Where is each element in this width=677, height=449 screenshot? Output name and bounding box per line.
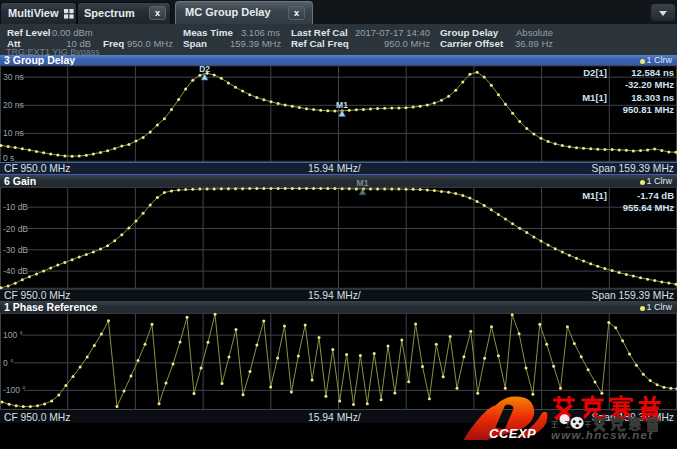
svg-text:18.303 ns: 18.303 ns <box>631 92 674 103</box>
svg-text:D2: D2 <box>199 64 210 74</box>
svg-text:30 ns: 30 ns <box>3 72 24 82</box>
svg-text:-30 dB: -30 dB <box>3 245 28 255</box>
svg-text:M1: M1 <box>336 100 348 110</box>
svg-text:M1[1]: M1[1] <box>582 92 607 103</box>
svg-text:-1.74 dB: -1.74 dB <box>637 190 674 201</box>
svg-text:100 °: 100 ° <box>3 330 23 340</box>
svg-text:20 ns: 20 ns <box>3 100 24 110</box>
svg-text:www.hncsw.net: www.hncsw.net <box>551 429 653 441</box>
svg-text:M1[1]: M1[1] <box>582 190 607 201</box>
svg-text:CCEXP: CCEXP <box>489 426 536 441</box>
svg-text:-100 °: -100 ° <box>3 385 26 395</box>
svg-text:-20 dB: -20 dB <box>3 224 28 234</box>
svg-text:-10 dB: -10 dB <box>3 202 28 212</box>
svg-text:D2[1]: D2[1] <box>583 67 607 78</box>
svg-text:12.584 ns: 12.584 ns <box>631 67 674 78</box>
svg-text:-40 dB: -40 dB <box>3 266 28 276</box>
svg-text:0 s: 0 s <box>3 153 14 163</box>
svg-text:-32.20 MHz: -32.20 MHz <box>625 79 674 90</box>
svg-text:0 °: 0 ° <box>3 358 14 368</box>
svg-text:955.64 MHz: 955.64 MHz <box>623 202 674 213</box>
svg-text:M1: M1 <box>357 178 369 188</box>
svg-text:10 ns: 10 ns <box>3 128 24 138</box>
svg-text:950.81 MHz: 950.81 MHz <box>623 104 674 115</box>
